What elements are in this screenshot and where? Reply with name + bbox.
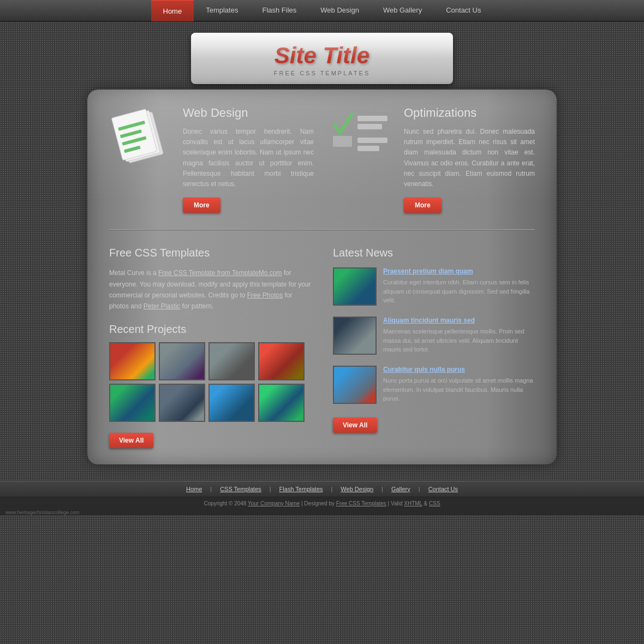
free-css-link[interactable]: Free CSS Template from TemplateMo.com: [158, 269, 282, 277]
features-section: Web Design Donec varius tempor hendrerit…: [109, 106, 535, 213]
nav-contact-us[interactable]: Contact Us: [434, 0, 493, 21]
nav-home[interactable]: Home: [151, 0, 194, 21]
footer-nav-css-templates[interactable]: CSS Templates: [212, 486, 270, 492]
feature-web-design-content: Web Design Donec varius tempor hendrerit…: [183, 106, 314, 213]
top-navigation: Home Templates Flash Files Web Design We…: [0, 0, 644, 22]
feature-web-design-body: Donec varius tempor hendrerit. Nam conva…: [183, 127, 314, 189]
free-photos-link[interactable]: Free Photos: [247, 291, 283, 299]
svg-rect-4: [120, 129, 142, 138]
company-name-link[interactable]: Your Company Name: [248, 500, 300, 506]
svg-rect-9: [333, 136, 352, 147]
svg-rect-10: [357, 138, 387, 143]
nav-flash-files[interactable]: Flash Files: [250, 0, 308, 21]
lower-section: Free CSS Templates Metal Curve is a Free…: [109, 247, 535, 448]
project-thumb-1[interactable]: [109, 342, 156, 380]
svg-rect-0: [118, 112, 163, 163]
nav-web-gallery[interactable]: Web Gallery: [371, 0, 434, 21]
feature-optimizations-title: Optimizations: [404, 106, 535, 120]
recent-projects-title: Recent Projects: [109, 323, 311, 336]
project-thumb-6[interactable]: [159, 384, 205, 422]
logo-box: Site Title FREE CSS TEMPLATES: [191, 33, 453, 84]
content-wrapper: Web Design Donec varius tempor hendrerit…: [87, 90, 557, 464]
svg-rect-11: [357, 146, 379, 151]
news-thumb-3: [333, 366, 377, 404]
news-thumb-1: [333, 267, 377, 306]
svg-rect-1: [115, 110, 160, 162]
site-title: Site Title: [207, 43, 437, 69]
css-link[interactable]: CSS: [429, 500, 440, 506]
svg-rect-2: [111, 109, 157, 160]
news-link-2[interactable]: Aliquam tincidunt mauris sed: [383, 317, 535, 324]
project-thumb-2[interactable]: [159, 342, 205, 380]
header-container: Site Title FREE CSS TEMPLATES: [87, 33, 557, 84]
news-body-1: Curabitur eget interdum nibh. Etiam curs…: [383, 278, 535, 305]
valid-text: | Valid: [386, 500, 404, 506]
footer-nav-gallery[interactable]: Gallery: [383, 486, 419, 492]
footer-url: www.heritagechristiancollege.com: [0, 510, 644, 515]
news-link-3[interactable]: Curabitur quis nulla purus: [383, 366, 535, 373]
xhtml-link[interactable]: XHTML: [404, 500, 422, 506]
news-item-1: Praesent pretium diam quam Curabitur ege…: [333, 267, 535, 306]
peter-plastic-link[interactable]: Peter Plastic: [144, 302, 180, 310]
view-all-projects-button[interactable]: View All: [109, 433, 153, 448]
news-content-3: Curabitur quis nulla purus Nunc porta pu…: [383, 366, 535, 403]
news-content-1: Praesent pretium diam quam Curabitur ege…: [383, 267, 535, 305]
svg-rect-7: [357, 116, 387, 121]
feature-optimizations-content: Optimizations Nunc sed pharetra dui. Don…: [404, 106, 535, 213]
view-all-news-button[interactable]: View All: [333, 418, 377, 433]
footer-nav-flash-templates[interactable]: Flash Templates: [271, 486, 331, 492]
section-divider: [109, 229, 535, 230]
webdesign-icon: [109, 106, 175, 169]
svg-rect-5: [122, 136, 146, 145]
left-column: Free CSS Templates Metal Curve is a Free…: [109, 247, 311, 448]
copyright-text: Copyright © 2048: [204, 500, 248, 506]
feature-optimizations-body: Nunc sed pharetra dui. Donec malesuada r…: [404, 127, 535, 189]
site-subtitle: FREE CSS TEMPLATES: [207, 70, 437, 76]
feature-web-design-title: Web Design: [183, 106, 314, 120]
news-body-2: Maecenas scelerisque pellentesque mollis…: [383, 327, 535, 354]
footer-nav-contact-us[interactable]: Contact Us: [420, 486, 466, 492]
project-thumb-5[interactable]: [109, 384, 156, 422]
designed-by-text: | Designed by: [300, 500, 336, 506]
project-thumb-8[interactable]: [258, 384, 305, 422]
footer-navigation: Home | CSS Templates | Flash Templates |…: [0, 481, 644, 497]
footer-nav-web-design[interactable]: Web Design: [332, 486, 381, 492]
footer-nav-home[interactable]: Home: [178, 486, 210, 492]
news-content-2: Aliquam tincidunt mauris sed Maecenas sc…: [383, 317, 535, 354]
nav-web-design[interactable]: Web Design: [308, 0, 371, 21]
right-column: Latest News Praesent pretium diam quam C…: [333, 247, 535, 448]
feature-web-design: Web Design Donec varius tempor hendrerit…: [109, 106, 314, 213]
more-button-webdesign[interactable]: More: [183, 198, 220, 213]
project-thumb-7[interactable]: [208, 384, 255, 422]
news-item-3: Curabitur quis nulla purus Nunc porta pu…: [333, 366, 535, 404]
designer-link[interactable]: Free CSS Templates: [336, 500, 386, 506]
free-css-title: Free CSS Templates: [109, 247, 311, 259]
news-thumb-2: [333, 317, 377, 355]
footer-copyright: Copyright © 2048 Your Company Name | Des…: [0, 497, 644, 510]
optimization-icon: [330, 106, 396, 155]
svg-rect-8: [357, 124, 382, 129]
main-wrapper: Site Title FREE CSS TEMPLATES: [87, 33, 557, 464]
projects-grid: [109, 342, 311, 422]
news-item-2: Aliquam tincidunt mauris sed Maecenas sc…: [333, 317, 535, 355]
and-text: &: [422, 500, 429, 506]
news-link-1[interactable]: Praesent pretium diam quam: [383, 267, 535, 275]
project-thumb-3[interactable]: [208, 342, 255, 380]
feature-optimizations: Optimizations Nunc sed pharetra dui. Don…: [330, 106, 535, 213]
more-button-optimizations[interactable]: More: [404, 198, 442, 213]
svg-rect-6: [124, 146, 141, 153]
news-body-3: Nunc porta purus at orci vulputate sit a…: [383, 376, 535, 403]
free-css-text: Metal Curve is a Free CSS Template from …: [109, 267, 311, 312]
nav-templates[interactable]: Templates: [194, 0, 250, 21]
svg-rect-3: [118, 121, 145, 131]
latest-news-title: Latest News: [333, 247, 535, 259]
project-thumb-4[interactable]: [258, 342, 305, 380]
